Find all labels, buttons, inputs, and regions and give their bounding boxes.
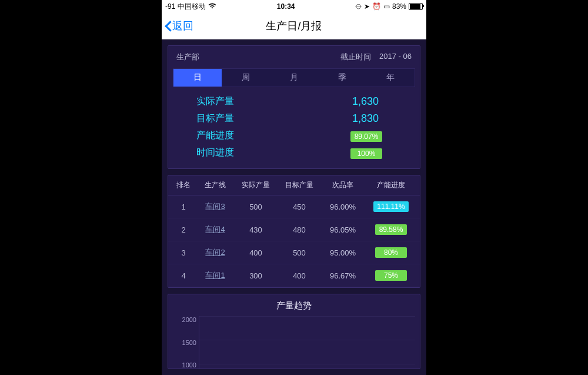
segment-日[interactable]: 日	[173, 69, 222, 87]
stat-value: 89.07%	[285, 130, 409, 142]
segment-周[interactable]: 周	[222, 69, 270, 87]
chart-title: 产量趋势	[173, 299, 415, 316]
signal-strength: -91	[165, 2, 175, 11]
target-cell: 500	[279, 248, 320, 257]
stat-label: 产能进度	[179, 130, 285, 142]
col-header: 排名	[172, 180, 195, 190]
rank-cell: 3	[172, 248, 195, 257]
rank-cell: 4	[172, 271, 195, 280]
rank-cell: 1	[172, 203, 195, 211]
carrier-name: 中国移动	[178, 2, 206, 12]
progress-badge: 89.07%	[350, 131, 382, 142]
segment-年[interactable]: 年	[366, 69, 415, 87]
chart-panel: 产量趋势 200015001000	[168, 294, 420, 369]
status-right: ⦵ ➤ ⏰ ▭ 83%	[355, 2, 423, 11]
chevron-left-icon	[164, 20, 171, 32]
y-tick: 1000	[173, 361, 196, 369]
stat-label: 时间进度	[179, 147, 285, 159]
stat-row: 产能进度89.07%	[179, 127, 409, 144]
target-cell: 450	[279, 203, 320, 211]
progress-cell: 75%	[366, 270, 416, 281]
line-cell[interactable]: 车间2	[198, 247, 233, 258]
alarm-icon: ⏰	[372, 2, 381, 11]
line-cell[interactable]: 车间4	[198, 224, 233, 235]
battery-icon	[409, 3, 423, 10]
table-header: 排名生产线实际产量目标产量次品率产能进度	[168, 175, 420, 195]
actual-cell: 300	[235, 271, 276, 280]
stat-value: 100%	[285, 147, 409, 159]
chart-y-axis: 200015001000	[173, 316, 199, 369]
progress-badge: 100%	[350, 148, 382, 159]
airplay-icon: ▭	[383, 2, 390, 11]
actual-cell: 500	[235, 203, 276, 211]
table-row: 2车间443048096.05%89.58%	[168, 218, 420, 241]
deadline-label: 截止时间	[340, 52, 371, 62]
segment-季[interactable]: 季	[318, 69, 366, 87]
progress-badge: 89.58%	[375, 224, 407, 235]
actual-cell: 400	[235, 248, 276, 257]
progress-cell: 80%	[366, 247, 416, 258]
progress-badge: 75%	[375, 270, 407, 281]
deadline-value: 2017 - 06	[379, 52, 412, 62]
battery-percent: 83%	[392, 2, 406, 11]
summary-panel: 生产部 截止时间 2017 - 06 日周月季年 实际产量1,630目标产量1,…	[168, 45, 420, 169]
wifi-icon	[208, 3, 216, 10]
col-header: 次品率	[322, 180, 363, 190]
col-header: 实际产量	[235, 180, 276, 190]
progress-cell: 89.58%	[366, 224, 416, 235]
col-header: 产能进度	[366, 180, 416, 190]
page-title: 生产日/月报	[162, 19, 426, 33]
location-icon: ➤	[364, 2, 370, 11]
progress-cell: 111.11%	[366, 201, 416, 212]
progress-badge: 111.11%	[373, 201, 408, 212]
stat-value: 1,630	[285, 95, 409, 108]
defect-cell: 96.67%	[322, 271, 363, 280]
phone-frame: -91 中国移动 10:34 ⦵ ➤ ⏰ ▭ 83% 返回 生产日/月报 生产部	[162, 0, 426, 375]
target-cell: 480	[279, 225, 320, 234]
y-tick: 2000	[173, 316, 196, 323]
line-table: 排名生产线实际产量目标产量次品率产能进度 1车间350045096.00%111…	[168, 175, 420, 288]
table-row: 1车间350045096.00%111.11%	[168, 195, 420, 218]
dept-name: 生产部	[176, 52, 199, 62]
actual-cell: 430	[235, 225, 276, 234]
progress-badge: 80%	[375, 247, 407, 258]
stat-value: 1,830	[285, 112, 409, 125]
col-header: 生产线	[198, 180, 233, 190]
line-cell[interactable]: 车间1	[198, 270, 233, 281]
chart-area: 200015001000	[173, 316, 415, 369]
stat-row: 时间进度100%	[179, 144, 409, 161]
summary-stats: 实际产量1,630目标产量1,830产能进度89.07%时间进度100%	[173, 93, 415, 165]
col-header: 目标产量	[279, 180, 320, 190]
status-left: -91 中国移动	[165, 2, 216, 12]
status-time: 10:34	[277, 2, 295, 11]
target-cell: 400	[279, 271, 320, 280]
stat-label: 实际产量	[179, 95, 285, 108]
table-row: 4车间130040096.67%75%	[168, 264, 420, 287]
stat-label: 目标产量	[179, 112, 285, 125]
defect-cell: 96.05%	[322, 225, 363, 234]
stat-row: 目标产量1,830	[179, 110, 409, 127]
table-row: 3车间240050095.00%80%	[168, 241, 420, 264]
defect-cell: 95.00%	[322, 248, 363, 257]
line-cell[interactable]: 车间3	[198, 201, 233, 212]
period-segment: 日周月季年	[173, 68, 415, 87]
orientation-lock-icon: ⦵	[355, 2, 362, 11]
table-body: 1车间350045096.00%111.11%2车间443048096.05%8…	[168, 195, 420, 287]
back-button[interactable]: 返回	[162, 19, 193, 33]
y-tick: 1500	[173, 339, 196, 346]
stat-row: 实际产量1,630	[179, 93, 409, 110]
chart-plot	[199, 316, 415, 369]
content: 生产部 截止时间 2017 - 06 日周月季年 实际产量1,630目标产量1,…	[162, 39, 426, 375]
rank-cell: 2	[172, 225, 195, 234]
segment-月[interactable]: 月	[270, 69, 318, 87]
status-bar: -91 中国移动 10:34 ⦵ ➤ ⏰ ▭ 83%	[162, 0, 426, 13]
defect-cell: 96.00%	[322, 203, 363, 211]
nav-bar: 返回 生产日/月报	[162, 13, 426, 39]
